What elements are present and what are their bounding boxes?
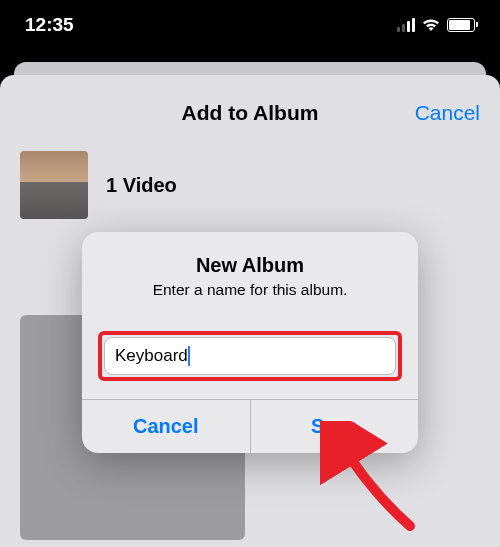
dialog-button-row: Cancel Save	[82, 399, 418, 453]
video-thumbnail	[20, 151, 88, 219]
battery-icon	[447, 18, 475, 32]
dialog-subtitle: Enter a name for this album.	[100, 281, 400, 299]
status-indicators	[397, 18, 475, 32]
input-text-value: Keyboard	[115, 346, 188, 366]
sheet-header: Add to Album Cancel	[0, 93, 500, 133]
dialog-cancel-button[interactable]: Cancel	[82, 400, 251, 453]
wifi-icon	[421, 18, 441, 32]
album-name-input[interactable]: Keyboard	[104, 337, 396, 375]
sheet-cancel-button[interactable]: Cancel	[415, 101, 480, 125]
cellular-signal-icon	[397, 18, 415, 32]
status-time: 12:35	[25, 14, 74, 36]
sheet-title: Add to Album	[182, 101, 319, 125]
dialog-save-button[interactable]: Save	[251, 400, 419, 453]
status-bar: 12:35	[0, 0, 500, 50]
dialog-title: New Album	[100, 254, 400, 277]
new-album-dialog: New Album Enter a name for this album. K…	[82, 232, 418, 453]
selected-media-row: 1 Video	[0, 133, 500, 243]
input-highlight-annotation: Keyboard	[98, 331, 402, 381]
text-cursor	[188, 346, 190, 366]
video-count-label: 1 Video	[106, 174, 177, 197]
